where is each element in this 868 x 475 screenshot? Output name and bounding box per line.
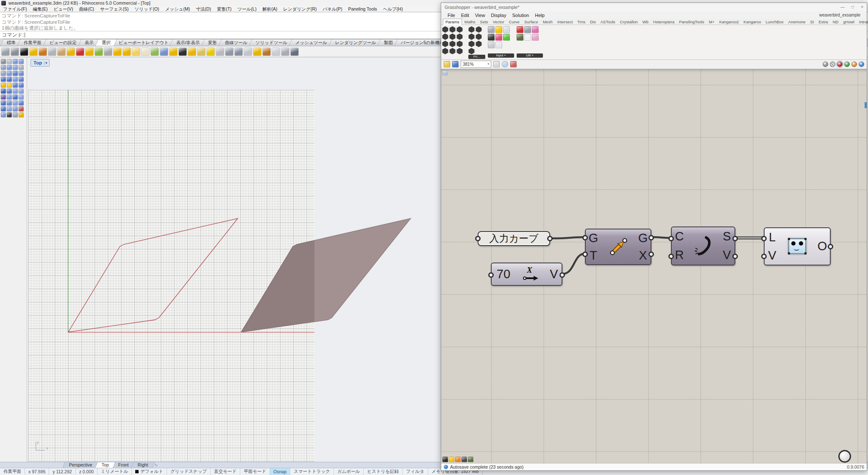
util-param-icon[interactable] — [532, 34, 539, 41]
util-param-icon[interactable] — [532, 26, 539, 33]
rhino-sidebar-icon[interactable] — [19, 77, 24, 82]
status-field[interactable]: スマートトラック — [290, 468, 334, 475]
rhino-sidebar-icon[interactable] — [19, 95, 24, 100]
param-hexagon-icon[interactable] — [456, 48, 463, 54]
status-field[interactable]: x 97.595 — [25, 468, 49, 475]
status-field[interactable]: 平面モード — [240, 468, 270, 475]
rhino-toolbar-icon[interactable] — [272, 48, 280, 56]
viewport-title-dropdown[interactable]: Top ▾ — [31, 59, 50, 67]
rhino-toolbar-icon[interactable] — [104, 48, 112, 56]
port-panel-in[interactable] — [475, 236, 481, 241]
rhino-sidebar-icon[interactable] — [13, 59, 18, 64]
rhino-menu-item[interactable]: ビュー(V) — [50, 6, 76, 12]
status-field[interactable]: デフォルト — [132, 468, 167, 475]
rhino-menu-item[interactable]: パネル(P) — [320, 6, 345, 12]
rhino-toolbar-icon[interactable] — [48, 48, 56, 56]
gh-category-tab[interactable]: PanelingTools — [677, 19, 706, 25]
rhino-menu-item[interactable]: ヘルプ(H) — [380, 6, 406, 12]
rhino-sidebar-icon[interactable] — [19, 83, 24, 88]
zoom-extents-icon[interactable] — [493, 61, 500, 67]
gh-category-tab[interactable]: Kangaroo2 — [717, 19, 741, 25]
port-curvecomp-in-c[interactable] — [668, 236, 674, 241]
rhino-sidebar-icon[interactable] — [13, 71, 18, 76]
param-hexagon-icon[interactable] — [476, 26, 482, 33]
param-hexagon-icon[interactable] — [449, 41, 456, 47]
rhino-sidebar-icon[interactable] — [19, 89, 24, 94]
gh-category-tab[interactable]: Heteroptera — [651, 19, 676, 25]
rhino-sidebar-icon[interactable] — [1, 83, 6, 88]
gh-category-tab[interactable]: SI — [808, 19, 816, 25]
param-hexagon-icon[interactable] — [468, 48, 475, 54]
rhino-toolbar-icon[interactable] — [216, 48, 224, 56]
util-param-icon[interactable] — [517, 34, 523, 41]
rhino-menu-item[interactable]: 解析(A) — [259, 6, 280, 12]
port-move-out-x[interactable] — [648, 251, 654, 257]
rhino-menu-item[interactable]: Paneling Tools — [345, 6, 380, 12]
viewport-tab[interactable]: Perspective — [62, 462, 99, 468]
rhino-toolbar-icon[interactable] — [20, 48, 28, 56]
param-hexagon-icon[interactable] — [456, 41, 463, 47]
rhino-sidebar-icon[interactable] — [7, 112, 12, 117]
port-move-in-t[interactable] — [582, 251, 588, 257]
chevron-down-icon[interactable]: ▾ — [44, 61, 48, 65]
gh-category-tab[interactable]: Mesh — [541, 19, 555, 25]
gh-category-tab[interactable]: Crystallon — [618, 19, 640, 25]
scroll-indicator[interactable] — [865, 102, 867, 108]
port-curvecomp-out-s[interactable] — [732, 236, 738, 241]
rhino-toolbar-icon[interactable] — [1, 48, 10, 56]
param-hexagon-icon[interactable] — [476, 34, 482, 40]
canvas-widget-icon[interactable] — [468, 457, 473, 462]
gh-category-tab[interactable]: Dis — [588, 19, 598, 25]
util-param-icon[interactable] — [524, 34, 531, 41]
rhino-toolbar-icon[interactable] — [67, 48, 75, 56]
param-hexagon-icon[interactable] — [442, 26, 448, 33]
rhino-sidebar-icon[interactable] — [7, 95, 12, 100]
rhino-toolbar-icon[interactable] — [95, 48, 103, 56]
rhino-sidebar-icon[interactable] — [13, 95, 18, 100]
gh-category-tab[interactable]: LunchBox — [764, 19, 786, 25]
rhino-sidebar-icon[interactable] — [19, 101, 24, 106]
rhino-toolbar-tab[interactable]: ビューポートレイアウト — [112, 39, 175, 46]
status-field[interactable]: ヒストリを記録 — [364, 468, 403, 475]
gh-category-tab[interactable]: Wb — [640, 19, 651, 25]
rhino-sidebar-icon[interactable] — [1, 112, 6, 117]
rhino-toolbar-icon[interactable] — [76, 48, 84, 56]
gh-menu-display[interactable]: Display — [488, 13, 509, 18]
param-hexagon-icon[interactable] — [456, 26, 463, 33]
util-param-icon[interactable] — [524, 26, 531, 33]
preview-eye-icon[interactable] — [502, 61, 508, 67]
gh-category-tab[interactable]: Curve — [507, 19, 522, 25]
close-button[interactable]: × — [861, 5, 863, 9]
rhino-toolbar-icon[interactable] — [253, 48, 262, 56]
param-hexagon-icon[interactable] — [456, 34, 463, 40]
param-hexagon-icon[interactable] — [442, 48, 448, 54]
rhino-sidebar-icon[interactable] — [1, 71, 6, 76]
status-field[interactable]: Osnap — [270, 468, 290, 475]
gh-category-tab[interactable]: IntraLattice — [857, 19, 868, 25]
port-weaverbird-in-l[interactable] — [761, 236, 767, 241]
rhino-sidebar-icon[interactable] — [7, 71, 12, 76]
rhino-sidebar-icon[interactable] — [1, 101, 6, 106]
input-param-icon[interactable] — [503, 34, 510, 41]
gh-category-tab[interactable]: Surface — [522, 19, 540, 25]
port-weaverbird-out-o[interactable] — [828, 244, 833, 249]
rhino-menu-item[interactable]: ファイル(F) — [0, 6, 30, 12]
preview-mode-sphere-icon[interactable] — [823, 61, 828, 67]
gh-canvas[interactable]: 入力カーブ G T G — [441, 69, 867, 463]
rhino-sidebar-icon[interactable] — [13, 112, 18, 117]
gh-panel-input-curve[interactable]: 入力カーブ — [478, 231, 550, 246]
rhino-toolbar-icon[interactable] — [234, 48, 243, 56]
rhino-menu-item[interactable]: 編集(E) — [30, 6, 50, 12]
status-field[interactable]: z 0.000 — [76, 468, 97, 475]
sketch-pen-icon[interactable] — [510, 61, 517, 67]
rhino-toolbar-icon[interactable] — [122, 48, 131, 56]
wire-panel-to-move[interactable] — [550, 237, 585, 238]
canvas-widget-icon[interactable] — [455, 457, 461, 462]
rhino-toolbar-tab[interactable]: メッシュツール — [289, 39, 334, 46]
rhino-sidebar-icon[interactable] — [1, 106, 6, 112]
rhino-toolbar-icon[interactable] — [262, 48, 271, 56]
rhino-sidebar-icon[interactable] — [7, 101, 12, 106]
gh-menu-file[interactable]: File — [445, 13, 458, 18]
rhino-sidebar-icon[interactable] — [13, 65, 18, 70]
preview-mode-sphere-icon[interactable] — [837, 61, 843, 67]
